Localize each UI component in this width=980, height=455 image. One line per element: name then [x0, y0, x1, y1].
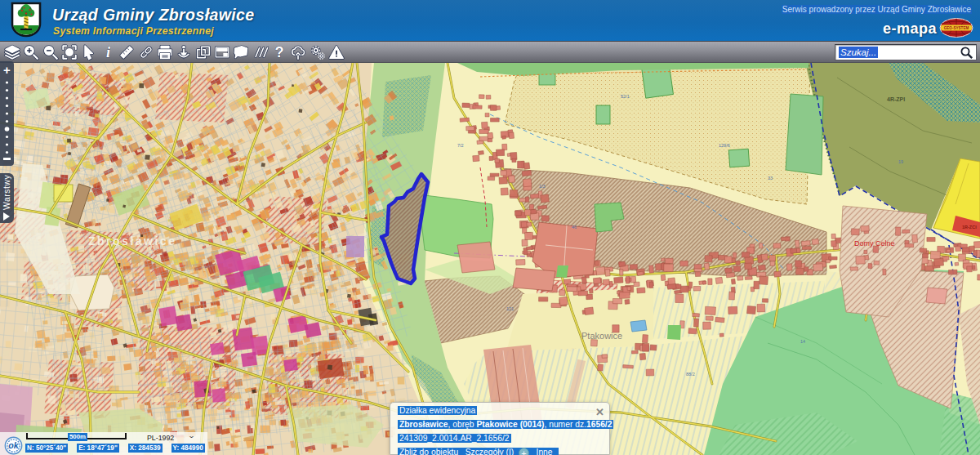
svg-text:121: 121: [506, 306, 514, 311]
svg-text:129/6: 129/6: [719, 143, 730, 148]
svg-text:Domy Celne: Domy Celne: [854, 239, 895, 248]
svg-text:4R-ZPI: 4R-ZPI: [887, 96, 905, 102]
svg-text:33: 33: [768, 176, 773, 181]
svg-text:1R-ZCI: 1R-ZCI: [962, 225, 977, 230]
svg-text:i: i: [106, 44, 110, 60]
svg-text:7/2: 7/2: [457, 143, 464, 148]
svg-text:ok: ok: [8, 440, 19, 450]
svg-text:88/2: 88/2: [686, 372, 695, 377]
svg-text:Ptakowice: Ptakowice: [581, 331, 622, 341]
svg-text:14: 14: [800, 339, 805, 344]
svg-text:46: 46: [572, 225, 577, 230]
svg-text:GEO-SYSTEM: GEO-SYSTEM: [944, 26, 969, 30]
svg-text:52/1: 52/1: [621, 94, 630, 99]
svg-text:19: 19: [898, 159, 903, 164]
svg-text:1/3: 1/3: [539, 184, 546, 189]
svg-text:Zbrosławice: Zbrosławice: [88, 234, 176, 248]
svg-text:?: ?: [274, 44, 283, 60]
